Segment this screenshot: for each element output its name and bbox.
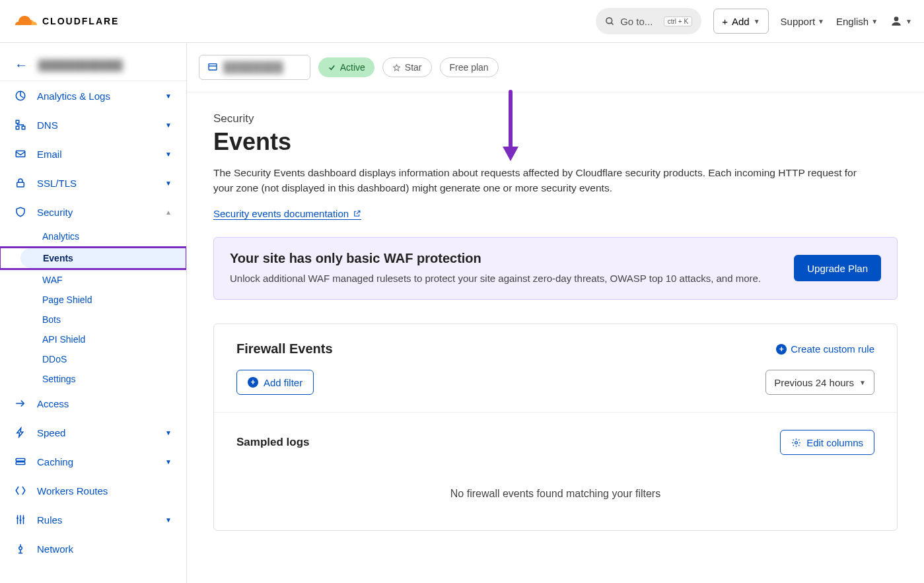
banner-title: Your site has only basic WAF protection: [230, 251, 778, 266]
chevron-down-icon: ▼: [165, 516, 172, 524]
domain-selector[interactable]: ████████: [199, 55, 310, 80]
back-arrow-icon[interactable]: ←: [15, 57, 28, 73]
svg-point-0: [606, 17, 612, 23]
domain-name-redacted: ████████: [223, 61, 283, 73]
add-button[interactable]: + Add ▼: [713, 9, 768, 34]
user-icon: [890, 15, 903, 28]
email-icon: [15, 148, 26, 160]
plus-circle-icon: +: [776, 344, 787, 355]
star-icon: [392, 63, 401, 72]
check-icon: [328, 63, 336, 72]
sidebar-item-caching[interactable]: Caching ▼: [0, 447, 186, 476]
highlight-annotation: Events: [0, 246, 187, 270]
sidebar-sub-ddos[interactable]: DDoS: [0, 349, 186, 369]
plus-icon: +: [722, 16, 728, 27]
search-placeholder: Go to...: [620, 16, 653, 27]
svg-rect-6: [16, 126, 19, 129]
chevron-down-icon: ▼: [165, 180, 172, 187]
chevron-down-icon: ▼: [165, 429, 172, 436]
sidebar-item-network[interactable]: Network: [0, 534, 186, 563]
sidebar-sub-events[interactable]: Events: [20, 248, 186, 268]
top-header: CLOUDFLARE Go to... ctrl + K + Add ▼ Sup…: [0, 0, 924, 43]
sidebar-item-rules[interactable]: Rules ▼: [0, 505, 186, 534]
svg-line-1: [612, 22, 614, 24]
svg-rect-4: [16, 120, 19, 123]
svg-rect-12: [209, 64, 217, 70]
content: Security Events The Security Events dash…: [187, 92, 924, 551]
svg-rect-10: [16, 462, 25, 465]
page-title: Events: [213, 128, 898, 156]
chevron-down-icon: ▼: [165, 121, 172, 129]
chevron-down-icon: ▼: [165, 151, 172, 158]
logo[interactable]: CLOUDFLARE: [12, 13, 119, 29]
sidebar-item-security[interactable]: Security ▲: [0, 197, 186, 226]
gear-icon: [791, 438, 801, 448]
search-icon: [605, 17, 615, 26]
language-menu[interactable]: English ▼: [836, 16, 878, 27]
svg-rect-8: [17, 182, 24, 187]
support-menu[interactable]: Support ▼: [781, 16, 824, 27]
arrow-annotation: [497, 88, 524, 170]
lock-icon: [15, 177, 26, 189]
chevron-down-icon: ▼: [859, 379, 866, 386]
analytics-icon: [15, 90, 26, 102]
chevron-down-icon: ▼: [165, 458, 172, 465]
back-row: ← ████████████: [0, 50, 186, 81]
sidebar-sub-settings[interactable]: Settings: [0, 369, 186, 389]
sidebar-sub-waf[interactable]: WAF: [0, 270, 186, 290]
empty-state-message: No firewall events found matching your f…: [236, 455, 874, 513]
sidebar-item-ssl-tls[interactable]: SSL/TLS ▼: [0, 168, 186, 197]
create-custom-rule-link[interactable]: + Create custom rule: [776, 343, 874, 355]
firewall-events-card: Firewall Events + Create custom rule + A…: [213, 324, 898, 531]
rules-icon: [15, 514, 26, 526]
main: ████████ Active Star Free plan Security …: [187, 43, 924, 583]
banner-description: Unlock additional WAF managed rulesets t…: [230, 271, 778, 287]
sidebar-item-email[interactable]: Email ▼: [0, 139, 186, 168]
upgrade-banner: Your site has only basic WAF protection …: [213, 237, 898, 300]
time-range-select[interactable]: Previous 24 hours ▼: [765, 370, 874, 395]
chevron-down-icon: ▼: [871, 18, 878, 25]
edit-columns-button[interactable]: Edit columns: [780, 430, 874, 455]
svg-rect-5: [22, 126, 25, 129]
documentation-link[interactable]: Security events documentation: [213, 208, 361, 220]
breadcrumb: Security: [213, 112, 898, 125]
sidebar-item-access[interactable]: Access: [0, 389, 186, 418]
external-link-icon: [353, 209, 361, 218]
firewall-events-title: Firewall Events: [236, 341, 333, 357]
sidebar-sub-bots[interactable]: Bots: [0, 310, 186, 329]
sidebar-item-workers-routes[interactable]: Workers Routes: [0, 476, 186, 505]
chevron-down-icon: ▼: [165, 92, 172, 100]
cloudflare-logo-icon: [12, 13, 38, 29]
sidebar-sub-analytics[interactable]: Analytics: [0, 226, 186, 246]
sidebar-sub-page-shield[interactable]: Page Shield: [0, 290, 186, 310]
dns-icon: [15, 119, 26, 131]
status-badge: Active: [318, 57, 374, 77]
svg-point-2: [894, 17, 899, 21]
add-label: Add: [732, 16, 750, 27]
plan-badge: Free plan: [440, 57, 499, 77]
svg-point-11: [19, 547, 22, 550]
svg-point-15: [795, 441, 798, 444]
sidebar-item-speed[interactable]: Speed ▼: [0, 418, 186, 447]
chevron-down-icon: ▼: [818, 18, 824, 25]
svg-rect-9: [16, 459, 25, 462]
network-icon: [15, 543, 26, 555]
chevron-down-icon: ▼: [906, 18, 912, 25]
access-icon: [15, 397, 26, 409]
website-icon: [207, 62, 218, 73]
sidebar-item-dns[interactable]: DNS ▼: [0, 110, 186, 139]
global-search[interactable]: Go to... ctrl + K: [596, 8, 701, 34]
search-shortcut: ctrl + K: [664, 17, 692, 26]
sidebar-item-analytics-logs[interactable]: Analytics & Logs ▼: [0, 81, 186, 110]
account-menu[interactable]: ▼: [890, 15, 912, 28]
plus-circle-icon: +: [248, 377, 258, 388]
support-label: Support: [781, 16, 816, 27]
upgrade-plan-button[interactable]: Upgrade Plan: [794, 255, 881, 281]
sidebar-sub-api-shield[interactable]: API Shield: [0, 329, 186, 349]
bolt-icon: [15, 427, 26, 438]
star-button[interactable]: Star: [382, 57, 432, 77]
chevron-down-icon: ▼: [754, 18, 760, 25]
add-filter-button[interactable]: + Add filter: [236, 370, 314, 395]
domain-bar: ████████ Active Star Free plan: [187, 43, 924, 92]
language-label: English: [836, 16, 869, 27]
